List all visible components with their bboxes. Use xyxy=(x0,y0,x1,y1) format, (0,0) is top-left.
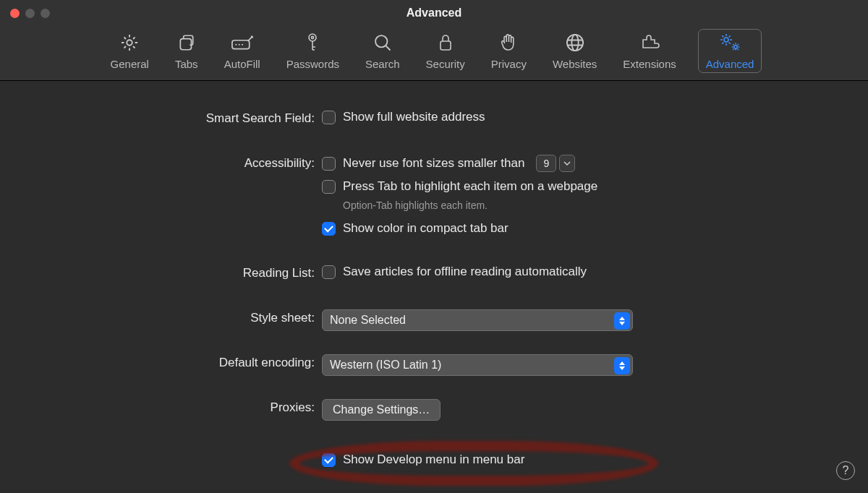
svg-rect-1 xyxy=(180,39,191,50)
reading-list-label: Reading List: xyxy=(0,265,322,280)
advanced-settings-form: Smart Search Field: Show full website ad… xyxy=(0,81,868,467)
min-font-size-stepper[interactable] xyxy=(559,155,575,172)
svg-rect-2 xyxy=(232,40,250,49)
compact-tab-color-checkbox[interactable] xyxy=(322,222,336,236)
accessibility-label: Accessibility: xyxy=(0,155,322,171)
titlebar: Advanced xyxy=(0,0,868,26)
tab-label: Advanced xyxy=(706,58,754,70)
min-font-size-checkbox[interactable] xyxy=(322,157,336,171)
change-proxy-settings-button[interactable]: Change Settings… xyxy=(322,399,441,421)
tab-privacy[interactable]: Privacy xyxy=(487,29,531,73)
hand-icon xyxy=(499,32,518,53)
compact-tab-color-label: Show color in compact tab bar xyxy=(343,221,509,236)
close-window-button[interactable] xyxy=(10,9,20,18)
proxies-label: Proxies: xyxy=(0,399,322,415)
offline-reading-checkbox[interactable] xyxy=(322,265,336,279)
window-title: Advanced xyxy=(0,7,868,20)
smart-search-label: Smart Search Field: xyxy=(0,110,322,126)
tab-advanced[interactable]: Advanced xyxy=(698,29,762,73)
svg-point-7 xyxy=(312,36,314,38)
style-sheet-popup[interactable]: None Selected xyxy=(322,309,633,331)
tab-label: Security xyxy=(426,58,465,70)
press-tab-label: Press Tab to highlight each item on a we… xyxy=(343,179,597,194)
option-tab-hint: Option-Tab highlights each item. xyxy=(343,200,597,211)
empty-label xyxy=(0,453,322,454)
autofill-icon xyxy=(230,32,255,53)
offline-reading-label: Save articles for offline reading automa… xyxy=(343,265,587,279)
tab-label: Search xyxy=(365,58,400,70)
tab-label: Websites xyxy=(553,58,597,70)
puzzle-icon xyxy=(639,32,660,53)
show-full-url-checkbox[interactable] xyxy=(322,111,336,124)
tab-passwords[interactable]: Passwords xyxy=(282,29,344,73)
popup-arrows-icon xyxy=(614,357,630,374)
tab-autofill[interactable]: AutoFill xyxy=(220,29,265,73)
svg-point-5 xyxy=(242,44,243,46)
svg-point-10 xyxy=(567,35,583,51)
svg-point-6 xyxy=(309,34,316,41)
default-encoding-popup[interactable]: Western (ISO Latin 1) xyxy=(322,354,633,376)
help-button[interactable]: ? xyxy=(836,461,855,480)
default-encoding-label: Default encoding: xyxy=(0,354,322,370)
show-develop-menu-checkbox[interactable] xyxy=(322,453,336,467)
chevron-down-icon xyxy=(563,160,571,166)
tab-websites[interactable]: Websites xyxy=(548,29,601,73)
zoom-window-button[interactable] xyxy=(41,9,50,18)
tab-label: Extensions xyxy=(623,58,676,70)
tab-tabs[interactable]: Tabs xyxy=(171,29,203,73)
window-controls xyxy=(10,9,50,18)
search-icon xyxy=(373,32,393,53)
preferences-toolbar: General Tabs AutoFill Passwords Search S… xyxy=(0,26,868,81)
press-tab-checkbox[interactable] xyxy=(322,180,336,194)
svg-point-12 xyxy=(724,38,728,42)
popup-arrows-icon xyxy=(614,312,630,330)
gear-icon xyxy=(119,32,140,53)
key-icon xyxy=(304,32,321,53)
min-font-size-label: Never use font sizes smaller than xyxy=(343,156,524,171)
tab-label: AutoFill xyxy=(224,58,260,70)
svg-rect-9 xyxy=(441,41,451,50)
tab-label: Privacy xyxy=(491,58,527,70)
tab-general[interactable]: General xyxy=(106,29,153,73)
tab-search[interactable]: Search xyxy=(361,29,404,73)
help-icon: ? xyxy=(843,464,849,477)
default-encoding-value: Western (ISO Latin 1) xyxy=(330,359,441,372)
tabs-icon xyxy=(177,32,196,53)
gears-icon xyxy=(718,32,742,53)
min-font-size-input[interactable]: 9 xyxy=(536,155,556,172)
change-settings-label: Change Settings… xyxy=(333,403,430,416)
show-develop-menu-label: Show Develop menu in menu bar xyxy=(343,453,524,467)
tab-label: General xyxy=(111,58,149,70)
minimize-window-button[interactable] xyxy=(25,9,35,18)
style-sheet-value: None Selected xyxy=(330,314,406,327)
style-sheet-label: Style sheet: xyxy=(0,309,322,325)
lock-icon xyxy=(437,32,454,53)
svg-point-13 xyxy=(734,46,737,48)
tab-security[interactable]: Security xyxy=(422,29,469,73)
tab-extensions[interactable]: Extensions xyxy=(618,29,680,73)
tab-label: Passwords xyxy=(286,58,339,70)
show-full-url-label: Show full website address xyxy=(343,110,485,124)
svg-point-3 xyxy=(235,44,237,46)
svg-point-0 xyxy=(127,40,132,45)
globe-icon xyxy=(565,32,585,53)
svg-point-4 xyxy=(238,44,239,46)
svg-point-8 xyxy=(375,35,387,47)
tab-label: Tabs xyxy=(175,58,198,70)
svg-point-11 xyxy=(571,35,578,51)
